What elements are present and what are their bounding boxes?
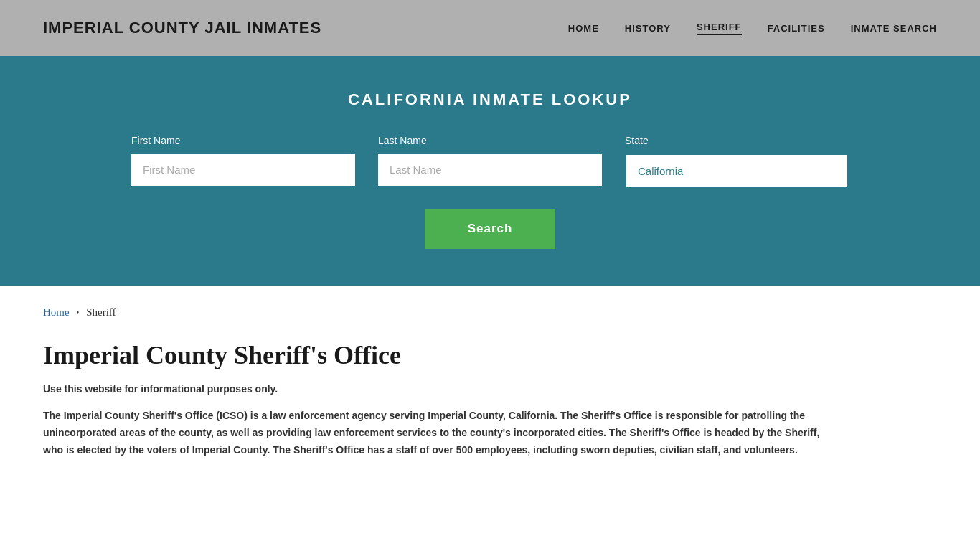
breadcrumb-section: Home • Sheriff [0,286,980,326]
state-label: State [625,135,849,146]
nav-item-history[interactable]: HISTORY [625,23,671,34]
page-heading: Imperial County Sheriff's Office [43,340,937,370]
last-name-group: Last Name [378,135,602,189]
last-name-label: Last Name [378,135,602,146]
nav-item-facilities[interactable]: FACILITIES [768,23,825,34]
search-button[interactable]: Search [425,209,556,249]
content-section: Imperial County Sheriff's Office Use thi… [0,326,980,487]
breadcrumb-current: Sheriff [86,306,116,319]
breadcrumb-home[interactable]: Home [43,306,70,319]
first-name-label: First Name [131,135,355,146]
site-title: IMPERIAL COUNTY JAIL INMATES [43,19,321,37]
search-form: First Name Last Name State Search [86,135,894,249]
site-header: IMPERIAL COUNTY JAIL INMATES HOMEHISTORY… [0,0,980,56]
search-section-title: CALIFORNIA INMATE LOOKUP [86,90,894,109]
disclaimer-text: Use this website for informational purpo… [43,383,937,395]
first-name-input[interactable] [131,154,355,186]
last-name-input[interactable] [378,154,602,186]
breadcrumb-separator: • [77,309,80,316]
first-name-group: First Name [131,135,355,189]
nav-item-inmate-search[interactable]: INMATE SEARCH [851,23,937,34]
search-section: CALIFORNIA INMATE LOOKUP First Name Last… [0,56,980,286]
nav-item-sheriff[interactable]: SHERIFF [697,22,742,35]
nav-item-home[interactable]: HOME [568,23,599,34]
main-nav: HOMEHISTORYSHERIFFFACILITIESINMATE SEARC… [568,22,937,35]
state-group: State [625,135,849,189]
state-input[interactable] [625,154,849,189]
form-fields: First Name Last Name State [131,135,849,189]
breadcrumb: Home • Sheriff [43,306,937,319]
description-text: The Imperial County Sheriff's Office (IC… [43,408,832,458]
